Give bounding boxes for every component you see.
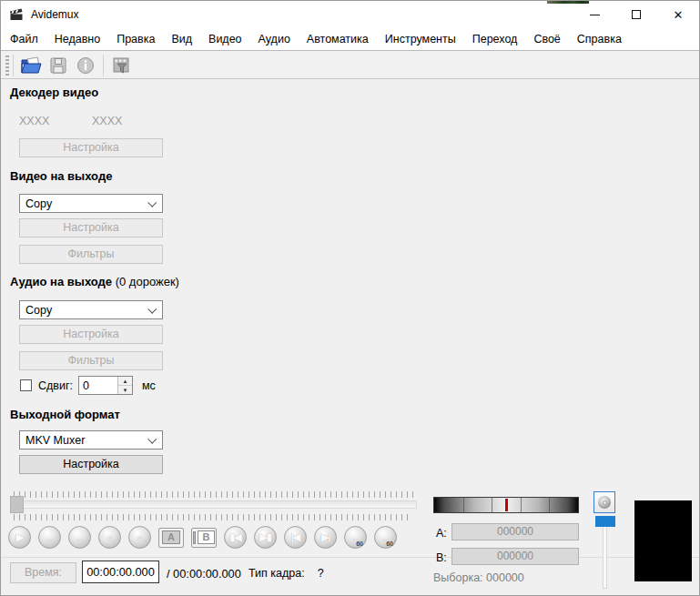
volume-slider-handle[interactable] — [595, 516, 615, 527]
jog-shuttle-wheel[interactable] — [433, 497, 579, 513]
double-chevron-right-icon: » — [137, 532, 142, 543]
audio-codec-select[interactable]: Copy — [19, 300, 163, 319]
chevron-down-icon — [147, 198, 157, 207]
volume-slider-track[interactable] — [603, 525, 607, 589]
arrow-right-icon: → — [76, 532, 85, 543]
audio-shift-input[interactable] — [79, 377, 117, 394]
chevron-down-icon — [147, 435, 157, 444]
maximize-icon — [632, 10, 641, 19]
menu-auto[interactable]: Автоматика — [299, 28, 377, 50]
video-codec-value: Copy — [25, 197, 52, 210]
muxer-value: MKV Muxer — [25, 434, 85, 447]
information-button[interactable] — [72, 53, 99, 78]
jog-divider — [463, 498, 464, 512]
marker-b-icon: B — [198, 530, 216, 544]
timeline-slider-handle[interactable] — [10, 496, 24, 513]
save-video-button[interactable] — [45, 53, 72, 78]
timeline-ticks-top — [14, 491, 414, 498]
menu-video[interactable]: Видео — [200, 28, 250, 50]
maximize-button[interactable] — [615, 1, 657, 28]
close-button[interactable]: ✕ — [657, 1, 699, 28]
marker-b-field[interactable]: 000000 — [451, 548, 579, 565]
video-configure-button[interactable]: Настройка — [19, 218, 163, 237]
next-frame-button[interactable]: → — [68, 526, 91, 549]
open-video-button[interactable] — [17, 53, 45, 78]
audio-output-title-text: Аудио на выходе — [10, 275, 112, 288]
app-clapperboard-icon — [9, 7, 24, 22]
mute-button[interactable] — [593, 491, 615, 513]
menu-file[interactable]: Файл — [2, 28, 46, 50]
open-folder-icon — [19, 55, 43, 76]
keyframe-back-icon: |◀ — [291, 531, 300, 543]
sixty-label: 60 — [356, 540, 363, 547]
spin-down-icon[interactable]: ▼ — [118, 386, 132, 394]
menu-view[interactable]: Вид — [163, 28, 200, 50]
info-icon — [75, 55, 96, 76]
close-icon: ✕ — [674, 9, 684, 21]
marker-a-field[interactable]: 000000 — [451, 523, 579, 540]
audio-shift-checkbox[interactable] — [20, 379, 32, 391]
set-marker-b-button[interactable]: B — [191, 528, 217, 548]
audio-filters-button[interactable]: Фильтры — [19, 351, 163, 370]
minimize-button[interactable] — [573, 1, 615, 28]
video-preview-area — [634, 500, 692, 581]
frame-type: Тип кадра:? — [249, 567, 324, 580]
current-time-input[interactable] — [82, 561, 159, 583]
video-codec-select[interactable]: Copy — [19, 194, 163, 213]
toolbar-separator — [13, 55, 14, 76]
audio-shift-spinbox[interactable]: ▲ ▼ — [78, 376, 133, 395]
jog-divider — [549, 498, 550, 512]
fast-forward-button[interactable]: » — [128, 526, 151, 549]
timeline-slider-track[interactable] — [10, 500, 417, 509]
previous-keyframe-button[interactable]: |◀ — [284, 526, 307, 549]
menu-help[interactable]: Справка — [569, 28, 630, 50]
next-keyframe-button[interactable]: ▶| — [314, 526, 337, 549]
previous-black-frame-button[interactable]: ▮◀ — [224, 526, 247, 549]
rewind-button[interactable]: « — [98, 526, 121, 549]
video-filters-button[interactable] — [107, 53, 135, 78]
audio-configure-button[interactable]: Настройка — [19, 325, 163, 344]
time-button[interactable]: Время: — [10, 562, 76, 583]
menu-bar: Файл Недавно Правка Вид Видео Аудио Авто… — [1, 28, 699, 51]
video-filters-panel-button[interactable]: Фильтры — [19, 245, 163, 264]
menu-audio[interactable]: Аудио — [250, 28, 299, 50]
next-black-frame-button[interactable]: ▶▮ — [254, 526, 277, 549]
menu-recent[interactable]: Недавно — [46, 28, 108, 50]
decoder-section-title: Декодер видео — [10, 86, 98, 99]
sixty-label: 60 — [386, 540, 393, 547]
format-configure-button[interactable]: Настройка — [19, 455, 163, 474]
set-marker-a-button[interactable]: A — [158, 528, 184, 548]
video-output-section-title: Видео на выходе — [10, 169, 112, 183]
double-chevron-left-icon: « — [107, 532, 112, 543]
spin-up-icon[interactable]: ▲ — [118, 377, 132, 386]
status-separator — [1, 557, 699, 558]
audio-shift-unit: мс — [142, 379, 156, 392]
marker-bar-icon — [193, 531, 196, 544]
menu-go[interactable]: Переход — [464, 28, 526, 50]
audio-tracks-count: (0 дорожек) — [116, 275, 179, 288]
main-toolbar — [1, 52, 699, 79]
menu-custom[interactable]: Своё — [525, 28, 568, 50]
marker-a-icon: A — [162, 530, 180, 544]
previous-frame-button[interactable]: ← — [38, 526, 61, 549]
step-forward-icon: ▶▮ — [259, 531, 271, 543]
window-title: Avidemux — [31, 8, 78, 21]
decoder-configure-button[interactable]: Настройка — [19, 138, 163, 157]
forward-60-button[interactable]: →60 — [374, 526, 397, 549]
back-60-button[interactable]: ←60 — [344, 526, 367, 549]
play-button[interactable]: ▶ — [8, 526, 31, 549]
output-format-section-title: Выходной формат — [10, 408, 120, 421]
jog-center-marker — [505, 499, 508, 511]
toolbar-separator — [103, 55, 104, 76]
toolbar-drag-handle[interactable] — [5, 56, 9, 76]
menu-tools[interactable]: Инструменты — [377, 28, 464, 50]
jog-divider — [521, 498, 522, 512]
decoder-info-placeholder: XXXX — [92, 115, 122, 127]
decoder-codec-placeholder: XXXX — [19, 115, 49, 127]
menu-edit[interactable]: Правка — [108, 28, 163, 50]
avidemux-window: Avidemux ✕ Файл Недавно Правка Вид Видео… — [0, 0, 700, 596]
muxer-select[interactable]: MKV Muxer — [19, 430, 163, 450]
audio-codec-value: Copy — [25, 304, 52, 317]
transport-controls: ▶ ← → « » A B ▮◀ ▶▮ |◀ ▶| ←60 →60 — [8, 526, 397, 549]
frame-type-label: Тип кадра: — [249, 567, 305, 580]
